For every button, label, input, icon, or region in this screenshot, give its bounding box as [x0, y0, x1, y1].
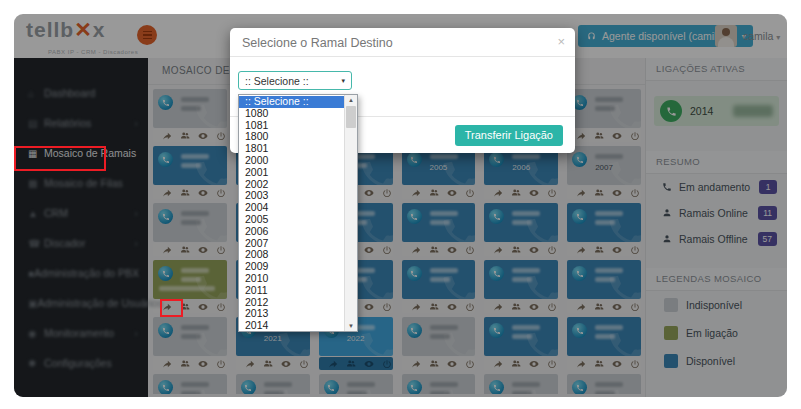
close-icon[interactable]: ×	[557, 28, 565, 56]
scroll-up-icon[interactable]: ▲	[345, 95, 357, 105]
modal-header: Selecione o Ramal Destino ×	[230, 28, 575, 57]
destination-extension-select[interactable]: :: Selecione :: ▾	[238, 71, 352, 90]
page: tellb✕x PABX IP - CRM - Discadores Agent…	[0, 0, 801, 409]
dropdown-option[interactable]: 2014	[239, 320, 345, 332]
dropdown-option[interactable]: 2006	[239, 226, 345, 238]
dropdown-option[interactable]: 2010	[239, 273, 345, 285]
scrollbar-thumb[interactable]	[346, 106, 356, 128]
dropdown-option[interactable]: 2011	[239, 285, 345, 297]
select-value: :: Selecione ::	[245, 75, 309, 87]
dropdown-option[interactable]: 2001	[239, 167, 345, 179]
dropdown-option[interactable]: 1080	[239, 108, 345, 120]
modal-title: Selecione o Ramal Destino	[242, 36, 393, 50]
app-window: tellb✕x PABX IP - CRM - Discadores Agent…	[14, 14, 787, 397]
chevron-down-icon: ▾	[341, 77, 345, 85]
extension-dropdown-list: :: Selecione :: 1080 1081 1800 1801 2000…	[238, 94, 358, 332]
dropdown-option[interactable]: 2000	[239, 155, 345, 167]
annotation-box-transfer-icon	[160, 299, 183, 317]
scroll-down-icon[interactable]: ▼	[345, 321, 357, 331]
dropdown-scrollbar[interactable]: ▲ ▼	[344, 95, 357, 331]
annotation-box-sidebar-mosaico	[14, 146, 106, 171]
dropdown-option[interactable]: 2005	[239, 214, 345, 226]
transfer-call-button[interactable]: Transferir Ligação	[455, 125, 563, 146]
dropdown-options: :: Selecione :: 1080 1081 1800 1801 2000…	[239, 96, 345, 332]
